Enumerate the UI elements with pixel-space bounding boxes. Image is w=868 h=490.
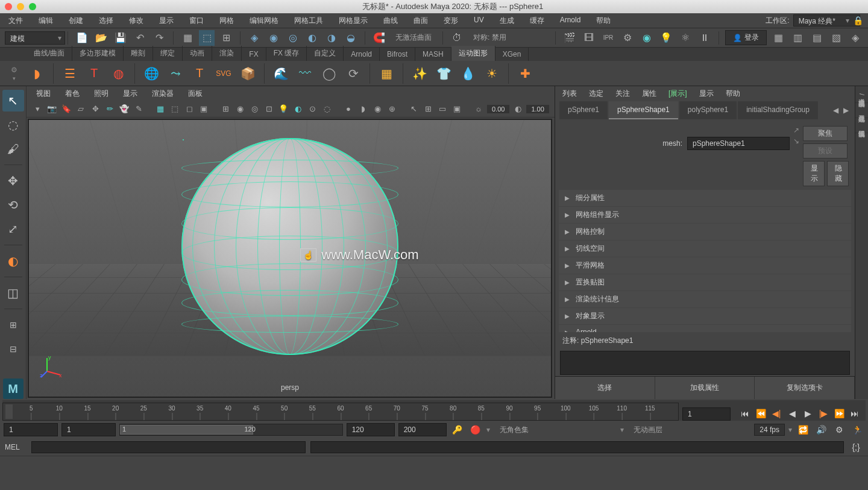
shelf-tab-fx[interactable]: FX xyxy=(242,48,266,61)
menu-help[interactable]: 帮助 xyxy=(593,14,614,28)
step-forward-key-icon[interactable]: ⏩ xyxy=(832,406,846,421)
vp-wireframe-icon[interactable]: ⊞ xyxy=(219,103,231,115)
vp-exposure-icon[interactable]: ☼ xyxy=(473,103,485,115)
rail-attribute-editor[interactable]: 属性编辑器 xyxy=(855,118,868,133)
shelf-tab-animation[interactable]: 动画 xyxy=(183,46,212,61)
light-editor-icon[interactable]: 💡 xyxy=(658,30,674,46)
shelf-icon-circle[interactable]: ◯ xyxy=(319,63,339,84)
chevron-down-icon[interactable]: ▾ xyxy=(788,426,792,434)
menu-uv[interactable]: UV xyxy=(470,14,488,28)
vp-2d-pan-icon[interactable]: ✥ xyxy=(89,103,101,115)
audio-icon[interactable]: 🔊 xyxy=(814,422,828,437)
render-frame-icon[interactable]: 🎞 xyxy=(581,30,597,46)
snap-point-icon[interactable]: ◎ xyxy=(285,30,301,46)
shelf-editor-icon[interactable]: ⚙▾ xyxy=(5,66,23,81)
chevron-down-icon[interactable]: ▾ xyxy=(486,426,490,434)
range-slider[interactable]: 1 120 xyxy=(119,424,343,436)
vp-safe-icon[interactable]: ▣ xyxy=(451,103,463,115)
current-frame-input[interactable] xyxy=(682,407,731,421)
section-tangent-space[interactable]: ▶切线空间 xyxy=(559,240,851,257)
select-component-icon[interactable]: ⊞ xyxy=(218,30,234,46)
sphere-mesh[interactable] xyxy=(181,138,398,355)
vp-bookmark-icon[interactable]: 🔖 xyxy=(60,103,72,115)
shelf-tab-mash[interactable]: MASH xyxy=(415,48,451,61)
cmd-input[interactable] xyxy=(31,441,306,453)
select-button[interactable]: 选择 xyxy=(555,377,655,399)
node-out-icon[interactable]: ↗ xyxy=(793,126,799,134)
select-hierarchy-icon[interactable]: ▦ xyxy=(180,30,195,46)
render-view-icon[interactable]: 🎬 xyxy=(562,30,577,46)
menu-create[interactable]: 创建 xyxy=(65,14,87,28)
viewport-3d[interactable]: ☝ www.MacW.com y x z persp xyxy=(28,119,552,398)
shelf-icon-cross[interactable]: ✚ xyxy=(515,63,535,84)
vp-textured-icon[interactable]: ⊡ xyxy=(263,103,275,115)
panel-layout-5-icon[interactable]: ◈ xyxy=(848,30,863,46)
vp-gamma-icon[interactable]: ◐ xyxy=(512,103,524,115)
presets-button[interactable]: 预设 xyxy=(803,143,848,159)
rail-modeling-toolkit[interactable]: 建模工具包 xyxy=(855,103,868,118)
attr-menu-selected[interactable]: 选定 xyxy=(587,87,606,100)
layout-four-icon[interactable]: ⊞ xyxy=(2,314,24,336)
history-icon[interactable]: ⏱ xyxy=(449,30,465,46)
lock-icon[interactable]: 🔒 xyxy=(853,16,863,25)
step-back-key-icon[interactable]: ⏪ xyxy=(753,406,768,421)
vp-exposure-value[interactable]: 0.00 xyxy=(487,105,509,113)
time-ruler[interactable]: 5101520253035404550556065707580859095100… xyxy=(2,403,679,421)
copy-tab-button[interactable]: 复制选项卡 xyxy=(755,377,855,399)
load-attributes-button[interactable]: 加载属性 xyxy=(655,377,755,399)
menu-file[interactable]: 文件 xyxy=(5,14,27,28)
vp-grease-icon[interactable]: ✏ xyxy=(104,103,116,115)
shelf-icon-svg[interactable]: SVG xyxy=(213,63,234,84)
minimize-window-icon[interactable] xyxy=(17,3,24,10)
shelf-tab-poly[interactable]: 多边形建模 xyxy=(72,46,124,61)
section-render-stats[interactable]: ▶渲染统计信息 xyxy=(559,291,851,307)
attr-tab-sg[interactable]: initialShadingGroup xyxy=(738,101,818,119)
panel-layout-1-icon[interactable]: ▦ xyxy=(770,30,786,46)
shelf-icon-mash[interactable]: ▦ xyxy=(376,63,397,84)
live-surface-icon[interactable]: 🧲 xyxy=(371,30,387,46)
shelf-icon-sun[interactable]: ☀ xyxy=(482,63,502,84)
attr-menu-display[interactable]: 显示 xyxy=(697,87,716,100)
attr-tab-shape[interactable]: pSphereShape1 xyxy=(609,101,678,119)
vp-gate-mask-icon[interactable]: ▣ xyxy=(198,103,210,115)
play-start-input[interactable] xyxy=(61,423,116,436)
vp-camera-icon[interactable]: 📷 xyxy=(46,103,58,115)
section-displacement[interactable]: ▶置换贴图 xyxy=(559,274,851,291)
vp-gate-icon[interactable]: ⊞ xyxy=(422,103,434,115)
vp-menu-view[interactable]: 视图 xyxy=(33,87,54,100)
panel-layout-4-icon[interactable]: ▧ xyxy=(828,30,844,46)
hypershade-icon[interactable]: ◉ xyxy=(639,30,655,46)
move-tool-icon[interactable]: ✥ xyxy=(2,170,24,192)
menu-generate[interactable]: 生成 xyxy=(496,14,518,28)
vp-shadows-icon[interactable]: ◐ xyxy=(292,103,304,115)
script-editor-icon[interactable]: {;} xyxy=(849,440,863,454)
new-scene-icon[interactable]: 📄 xyxy=(74,30,90,46)
vp-aa-icon[interactable]: ⊕ xyxy=(386,103,398,115)
vp-menu-renderer[interactable]: 渲染器 xyxy=(148,87,177,100)
select-object-icon[interactable]: ⬚ xyxy=(199,30,215,46)
vp-menu-show[interactable]: 显示 xyxy=(119,87,141,100)
attr-menu-help[interactable]: 帮助 xyxy=(723,87,743,100)
menu-arnold[interactable]: Arnold xyxy=(556,14,585,28)
redo-icon[interactable]: ↷ xyxy=(151,30,167,46)
menu-deform[interactable]: 变形 xyxy=(440,14,462,28)
play-backward-icon[interactable]: ◀ xyxy=(785,406,799,421)
anim-layer-dropdown[interactable]: 无动画层 xyxy=(627,425,750,435)
snap-live-icon[interactable]: ◑ xyxy=(324,30,339,46)
shelf-icon-curve-warp[interactable]: ◍ xyxy=(108,63,128,84)
layout-single-icon[interactable]: ◫ xyxy=(2,282,24,304)
snap-plane-icon[interactable]: ◐ xyxy=(304,30,320,46)
shelf-tab-arnold[interactable]: Arnold xyxy=(344,48,380,61)
shelf-icon-fluid[interactable]: 🌊 xyxy=(271,63,291,84)
set-key-icon[interactable]: 🔑 xyxy=(450,422,465,437)
close-window-icon[interactable] xyxy=(5,3,12,10)
shelf-icon-drop[interactable]: 💧 xyxy=(458,63,478,84)
snap-grid-icon[interactable]: ◈ xyxy=(247,30,262,46)
attr-menu-show[interactable]: [展示] xyxy=(666,87,690,100)
shelf-icon-bifrost-graph[interactable]: 〰 xyxy=(295,63,315,84)
vp-flat-icon[interactable]: ◎ xyxy=(248,103,260,115)
shelf-tab-curves[interactable]: 曲线/曲面 xyxy=(27,46,72,61)
menu-cache[interactable]: 缓存 xyxy=(526,14,548,28)
shelf-tab-xgen[interactable]: XGen xyxy=(495,48,529,61)
menu-set-dropdown[interactable]: 建模 xyxy=(5,31,65,45)
